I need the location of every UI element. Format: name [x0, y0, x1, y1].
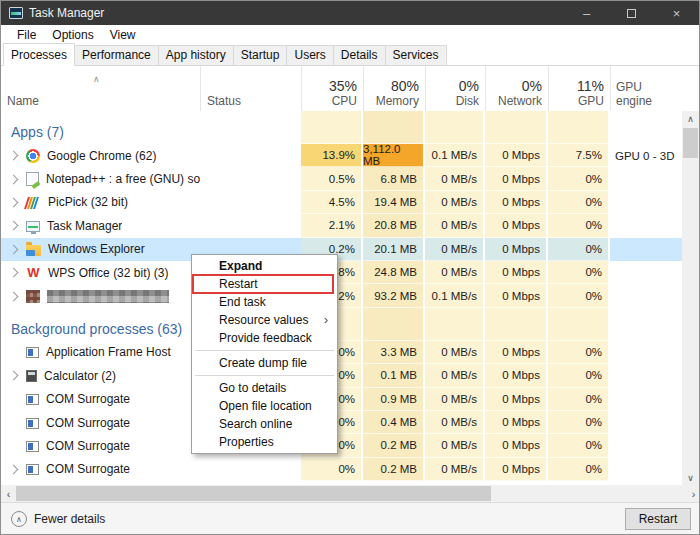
column-cpu[interactable]: 35%CPU	[301, 66, 363, 111]
process-row[interactable]: COM Surrogate0%0.4 MB0 MB/s0 Mbps0%	[1, 411, 684, 434]
process-row[interactable]: COM Surrogate0%0.9 MB0 MB/s0 Mbps0%	[1, 388, 684, 411]
scroll-up-icon[interactable]: ∧	[682, 111, 699, 126]
tab-details[interactable]: Details	[333, 45, 386, 65]
group-heat-cell	[425, 111, 485, 144]
context-menu-item-search-online[interactable]: Search online	[192, 415, 337, 433]
process-row[interactable]: WWPS Office (32 bit) (3)0.8%24.8 MB0 MB/…	[1, 261, 684, 284]
process-gpu-engine-cell	[610, 364, 684, 387]
scroll-left-icon[interactable]: ‹	[1, 485, 16, 502]
expand-chevron-icon[interactable]	[9, 244, 19, 254]
process-cpu-cell: 2.1%	[301, 214, 363, 237]
process-row[interactable]: Windows Explorer0.2%20.1 MB0 MB/s0 Mbps0…	[1, 238, 684, 261]
expand-chevron-icon[interactable]	[9, 221, 19, 231]
column-gpu-engine[interactable]: GPU engine	[610, 66, 684, 111]
process-status-cell	[200, 144, 301, 167]
process-row[interactable]: Task Manager2.1%20.8 MB0 MB/s0 Mbps0%	[1, 214, 684, 237]
context-menu-item-end-task[interactable]: End task	[192, 293, 337, 311]
process-row[interactable]: COM Surrogate0%0.2 MB0 MB/s0 Mbps0%	[1, 458, 684, 481]
tab-processes[interactable]: Processes	[3, 43, 75, 66]
window-controls: – ×	[564, 1, 699, 25]
fewer-details-toggle[interactable]: ∧ Fewer details	[11, 511, 105, 527]
process-name-cell[interactable]: COM Surrogate	[1, 434, 200, 457]
process-network-cell: 0 Mbps	[485, 364, 548, 387]
tab-services[interactable]: Services	[385, 45, 447, 65]
process-disk-cell: 0 MB/s	[425, 341, 485, 364]
process-name-cell[interactable]: COM Surrogate	[1, 388, 200, 411]
group-heat-cell	[548, 111, 610, 144]
column-name[interactable]: ∧ Name	[1, 66, 200, 111]
tab-startup[interactable]: Startup	[233, 45, 288, 65]
process-name-cell[interactable]: Application Frame Host	[1, 341, 200, 364]
tab-users[interactable]: Users	[286, 45, 333, 65]
scroll-down-icon[interactable]: ∨	[682, 470, 699, 485]
process-name-cell[interactable]: COM Surrogate	[1, 458, 200, 481]
process-disk-cell: 0 MB/s	[425, 191, 485, 214]
vertical-scrollbar[interactable]: ∧ ∨	[682, 111, 699, 485]
expand-chevron-icon[interactable]	[9, 371, 19, 381]
column-disk[interactable]: 0%Disk	[425, 66, 485, 111]
context-menu-item-expand[interactable]: Expand	[192, 257, 337, 275]
process-name-cell[interactable]	[1, 284, 200, 307]
tab-app-history[interactable]: App history	[158, 45, 234, 65]
tab-performance[interactable]: Performance	[74, 45, 159, 65]
process-gpu-cell: 0%	[548, 388, 610, 411]
menu-options[interactable]: Options	[44, 28, 101, 42]
column-total: 35%	[329, 79, 357, 94]
task-manager-window: Task Manager – × FileOptionsView Process…	[0, 0, 700, 535]
process-name-cell[interactable]: Task Manager	[1, 214, 200, 237]
process-memory-cell: 93.2 MB	[363, 284, 425, 307]
context-menu: ExpandRestartEnd taskResource values›Pro…	[191, 254, 338, 454]
process-gpu-cell: 0%	[548, 261, 610, 284]
process-row[interactable]: COM Surrogate0%0.2 MB0 MB/s0 Mbps0%	[1, 434, 684, 457]
process-name-cell[interactable]: COM Surrogate	[1, 411, 200, 434]
process-gpu-cell: 0%	[548, 284, 610, 307]
expand-chevron-icon[interactable]	[9, 151, 19, 161]
column-network[interactable]: 0%Network	[485, 66, 548, 111]
process-row[interactable]: Google Chrome (62)13.9%3,112.0 MB0.1 MB/…	[1, 144, 684, 167]
process-name-cell[interactable]: WWPS Office (32 bit) (3)	[1, 261, 200, 284]
restart-button[interactable]: Restart	[625, 508, 691, 530]
expand-chevron-icon[interactable]	[9, 198, 19, 208]
context-menu-item-create-dump-file[interactable]: Create dump file	[192, 354, 337, 372]
process-row[interactable]: 2.2%93.2 MB0.1 MB/s0 Mbps0%	[1, 284, 684, 307]
expand-chevron-icon[interactable]	[9, 464, 19, 474]
fewer-details-label: Fewer details	[34, 512, 105, 526]
menu-file[interactable]: File	[9, 28, 44, 42]
picpick-icon	[26, 196, 41, 209]
context-menu-item-go-to-details[interactable]: Go to details	[192, 379, 337, 397]
process-name-cell[interactable]: Calculator (2)	[1, 364, 200, 387]
process-name: COM Surrogate	[46, 416, 130, 430]
process-name: Notepad++ : a free (GNU) sourc...	[46, 172, 200, 186]
column-status[interactable]: Status	[200, 66, 301, 111]
context-menu-item-properties[interactable]: Properties	[192, 433, 337, 451]
horizontal-scrollbar[interactable]: ‹ ›	[1, 485, 700, 502]
process-row[interactable]: Application Frame Host0%3.3 MB0 MB/s0 Mb…	[1, 341, 684, 364]
group-header-row[interactable]: Apps (7)	[1, 111, 684, 144]
process-memory-cell: 0.1 MB	[363, 364, 425, 387]
column-gpu[interactable]: 11%GPU	[548, 66, 610, 111]
menu-view[interactable]: View	[102, 28, 144, 42]
status-bar: ∧ Fewer details Restart	[1, 502, 700, 535]
vertical-scrollbar-thumb[interactable]	[683, 128, 698, 158]
context-menu-item-resource-values[interactable]: Resource values›	[192, 311, 337, 329]
process-row[interactable]: Calculator (2)0%0.1 MB0 MB/s0 Mbps0%	[1, 364, 684, 387]
group-header-row[interactable]: Background processes (63)	[1, 308, 684, 341]
minimize-button[interactable]: –	[564, 1, 609, 25]
process-name-cell[interactable]: Notepad++ : a free (GNU) sourc...	[1, 167, 200, 190]
context-menu-item-provide-feedback[interactable]: Provide feedback	[192, 329, 337, 347]
maximize-button[interactable]	[609, 1, 654, 25]
process-row[interactable]: Notepad++ : a free (GNU) sourc...0.5%6.8…	[1, 167, 684, 190]
expand-chevron-icon[interactable]	[9, 174, 19, 184]
column-memory[interactable]: 80%Memory	[363, 66, 425, 111]
scroll-right-icon[interactable]: ›	[686, 485, 700, 502]
context-menu-item-restart[interactable]: Restart	[193, 275, 333, 293]
context-menu-item-open-file-location[interactable]: Open file location	[192, 397, 337, 415]
horizontal-scrollbar-thumb[interactable]	[16, 486, 491, 501]
expand-chevron-icon[interactable]	[9, 291, 19, 301]
process-name-cell[interactable]: Windows Explorer	[1, 238, 200, 261]
process-name-cell[interactable]: Google Chrome (62)	[1, 144, 200, 167]
process-name-cell[interactable]: PicPick (32 bit)	[1, 191, 200, 214]
close-button[interactable]: ×	[654, 1, 699, 25]
process-row[interactable]: PicPick (32 bit)4.5%19.4 MB0 MB/s0 Mbps0…	[1, 191, 684, 214]
expand-chevron-icon[interactable]	[9, 268, 19, 278]
